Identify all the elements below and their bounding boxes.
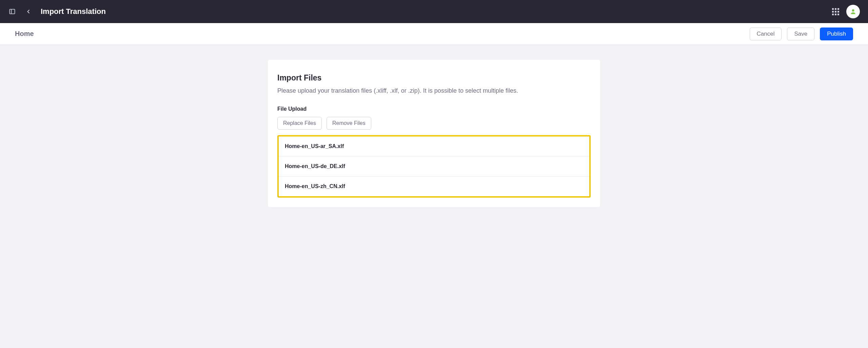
- top-left-group: Import Translation: [8, 7, 106, 16]
- import-card: Import Files Please upload your translat…: [268, 60, 600, 207]
- list-item[interactable]: Home-en_US-zh_CN.xlf: [279, 177, 589, 196]
- file-actions: Replace Files Remove Files: [277, 117, 591, 130]
- cancel-button[interactable]: Cancel: [750, 28, 782, 40]
- file-list: Home-en_US-ar_SA.xlf Home-en_US-de_DE.xl…: [277, 135, 591, 198]
- sub-bar: Home Cancel Save Publish: [0, 23, 868, 45]
- replace-files-button[interactable]: Replace Files: [277, 117, 322, 130]
- apps-grid-icon[interactable]: [831, 7, 840, 16]
- top-bar: Import Translation: [0, 0, 868, 23]
- top-right-group: [831, 5, 860, 18]
- page-title: Import Translation: [41, 7, 106, 16]
- card-subtitle: Please upload your translation files (.x…: [277, 87, 591, 94]
- card-title: Import Files: [277, 73, 591, 83]
- list-item[interactable]: Home-en_US-ar_SA.xlf: [279, 136, 589, 157]
- sidebar-toggle-icon[interactable]: [8, 7, 16, 16]
- back-icon[interactable]: [24, 7, 33, 16]
- svg-rect-0: [10, 9, 15, 14]
- list-item[interactable]: Home-en_US-de_DE.xlf: [279, 157, 589, 177]
- save-button[interactable]: Save: [787, 28, 814, 40]
- sub-actions: Cancel Save Publish: [750, 28, 853, 40]
- publish-button[interactable]: Publish: [820, 28, 853, 40]
- breadcrumb[interactable]: Home: [15, 30, 34, 38]
- user-avatar[interactable]: [846, 5, 860, 18]
- svg-point-2: [852, 9, 854, 12]
- file-upload-label: File Upload: [277, 106, 591, 112]
- remove-files-button[interactable]: Remove Files: [327, 117, 371, 130]
- content-wrap: Import Files Please upload your translat…: [0, 45, 868, 222]
